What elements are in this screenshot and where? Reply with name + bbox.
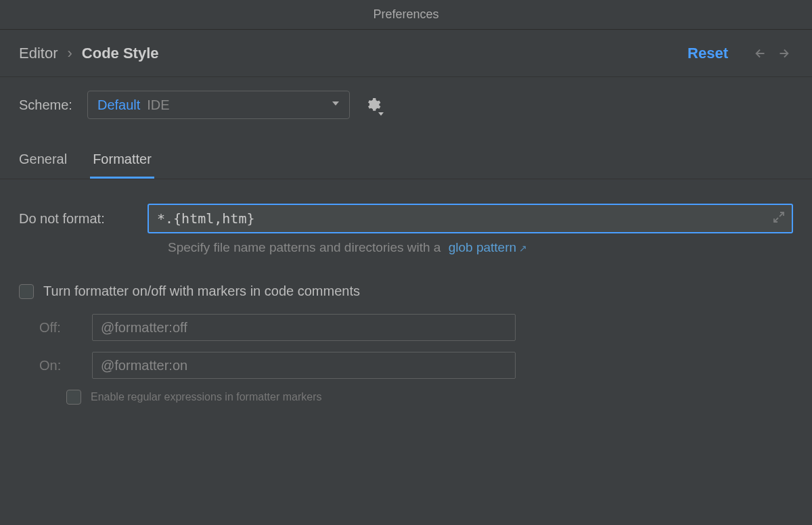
gear-icon [365,97,381,113]
breadcrumb-code-style[interactable]: Code Style [82,45,159,62]
tab-content: Do not format: Specify file name pattern… [0,179,812,429]
markers-toggle-row: Turn formatter on/off with markers in co… [19,283,793,299]
toolbar: Editor › Code Style Reset [0,30,812,77]
tabs: General Formatter [0,131,812,179]
markers-checkbox[interactable] [19,284,34,299]
tab-general[interactable]: General [16,145,70,179]
expand-button[interactable] [773,211,785,226]
external-link-icon: ↗ [519,243,527,254]
expand-icon [773,211,785,223]
do-not-format-input[interactable] [148,204,793,233]
breadcrumb: Editor › Code Style [19,45,159,62]
scheme-row: Scheme: Default IDE [0,77,812,131]
scheme-label: Scheme: [19,97,72,113]
forward-button[interactable] [774,44,793,63]
back-button[interactable] [751,44,770,63]
off-marker-input[interactable] [92,314,516,341]
arrow-left-icon [753,46,768,61]
scheme-name: Default [97,97,140,113]
breadcrumb-editor[interactable]: Editor [19,45,58,62]
arrow-right-icon [776,46,791,61]
glob-pattern-link[interactable]: glob pattern↗ [449,240,527,254]
do-not-format-label: Do not format: [19,211,148,227]
reset-button[interactable]: Reset [687,45,728,62]
markers-toggle-label: Turn formatter on/off with markers in co… [43,283,360,299]
chevron-right-icon: › [67,45,72,62]
chevron-down-icon [330,98,341,112]
regex-checkbox[interactable] [66,390,81,405]
off-label: Off: [39,320,92,336]
scheme-scope: IDE [147,97,169,113]
regex-label: Enable regular expressions in formatter … [91,391,321,403]
on-label: On: [39,358,92,373]
window-title: Preferences [0,0,812,30]
scheme-settings-button[interactable] [365,97,381,113]
tab-formatter[interactable]: Formatter [90,145,154,179]
scheme-dropdown[interactable]: Default IDE [87,91,350,119]
do-not-format-hint: Specify file name patterns and directori… [168,240,793,255]
on-marker-input[interactable] [92,352,516,379]
